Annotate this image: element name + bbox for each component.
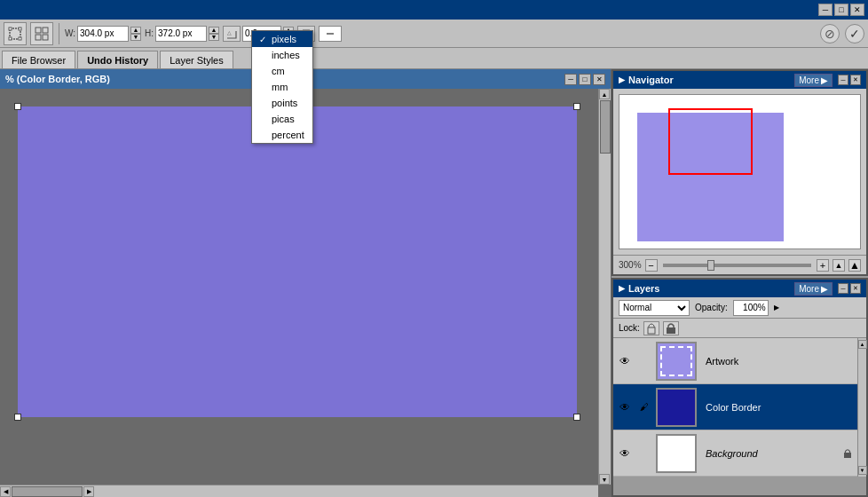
unit-option-inches[interactable]: inches [252, 47, 312, 63]
canvas-image [18, 106, 577, 417]
layers-scroll-up[interactable]: ▲ [858, 340, 867, 349]
cancel-button[interactable]: ⊘ [820, 24, 840, 43]
canvas-maximize-button[interactable]: □ [579, 74, 591, 85]
lock-all-button[interactable] [663, 321, 679, 335]
zoom-out-button[interactable]: − [645, 259, 658, 272]
canvas-minimize-button[interactable]: ─ [564, 74, 577, 85]
navigator-panel: ▶ Navigator More ▶ ─ ✕ [612, 69, 868, 276]
layers-more-button[interactable]: More ▶ [794, 282, 832, 296]
lock-pixels-button[interactable] [643, 321, 659, 335]
unit-option-points[interactable]: points [252, 95, 312, 111]
tab-undo-history[interactable]: Undo History [77, 51, 158, 68]
layer-lock-background [841, 447, 854, 460]
zoom-in-button[interactable]: + [817, 259, 829, 272]
close-button[interactable]: ✕ [850, 4, 864, 16]
handle-bottom-left[interactable] [14, 414, 21, 421]
layers-minimize-button[interactable]: ─ [838, 283, 848, 294]
scroll-thumb-horizontal[interactable] [12, 486, 83, 497]
layers-lock-row: Lock: [613, 319, 866, 338]
unit-option-percent[interactable]: percent [252, 127, 312, 143]
layer-name-artwork: Artwork [700, 356, 854, 367]
navigator-title-label: Navigator [628, 75, 674, 85]
title-bar-right: ─ □ ✕ [818, 4, 868, 16]
tab-bar: File Browser Undo History Layer Styles [0, 48, 868, 69]
layers-content: Normal Opacity: ▶ Lock: [613, 297, 866, 477]
width-input[interactable] [77, 26, 129, 42]
layer-row-background[interactable]: 👁 Background [613, 430, 857, 477]
aspect-checkbox[interactable] [319, 26, 342, 42]
unit-option-picas[interactable]: picas [252, 111, 312, 127]
zoom-slider[interactable] [663, 264, 811, 267]
layer-brush-color-border[interactable]: 🖌 [636, 399, 652, 415]
tab-layer-styles[interactable]: Layer Styles [160, 51, 233, 68]
canvas-content: ▲ ▼ ◀ ▶ [0, 89, 611, 497]
svg-rect-2 [19, 28, 21, 30]
scroll-up-arrow[interactable]: ▲ [599, 89, 610, 99]
grid-tool-icon[interactable] [30, 22, 53, 45]
unit-option-mm[interactable]: mm [252, 79, 312, 95]
layers-panel: ▶ Layers More ▶ ─ ✕ [612, 278, 868, 497]
layer-eye-color-border[interactable]: 👁 [617, 399, 633, 415]
navigator-more-button[interactable]: More ▶ [794, 74, 832, 87]
unit-option-cm[interactable]: cm [252, 63, 312, 79]
toolbar: W: ▲ ▼ H: ▲ ▼ △ ▲ ▼ [0, 20, 868, 48]
toolbar-divider-1 [59, 23, 59, 44]
width-spinner[interactable]: ▲ ▼ [130, 27, 141, 41]
navigator-panel-title: ▶ Navigator [619, 75, 674, 85]
height-spinner[interactable]: ▲ ▼ [209, 27, 219, 41]
height-down-arrow[interactable]: ▼ [209, 34, 219, 41]
layers-close-button[interactable]: ✕ [850, 283, 861, 294]
confirm-button[interactable]: ✓ [845, 24, 864, 43]
canvas-scrollbar-horizontal[interactable]: ◀ ▶ [0, 485, 598, 497]
zoom-slider-thumb[interactable] [707, 260, 714, 271]
zoom-mountain-small[interactable]: ▲ [832, 259, 845, 272]
width-down-arrow[interactable]: ▼ [130, 34, 141, 41]
navigator-close-button[interactable]: ✕ [850, 75, 861, 85]
svg-rect-14 [844, 453, 851, 458]
opacity-input[interactable] [733, 300, 769, 316]
zoom-mountain-large[interactable]: ▲ [848, 259, 861, 272]
layer-link-artwork [636, 353, 652, 369]
height-field: H: ▲ ▼ [145, 26, 219, 42]
width-up-arrow[interactable]: ▲ [130, 27, 141, 34]
scroll-left-arrow[interactable]: ◀ [0, 486, 11, 497]
tab-file-browser[interactable]: File Browser [2, 51, 75, 68]
minimize-button[interactable]: ─ [818, 4, 832, 16]
handle-top-right[interactable] [573, 103, 580, 110]
canvas-close-button[interactable]: ✕ [593, 74, 605, 85]
canvas-scrollbar-vertical[interactable]: ▲ ▼ [598, 89, 611, 485]
unit-option-pixels[interactable]: ✓ pixels [252, 31, 312, 47]
handle-top-left[interactable] [14, 103, 21, 110]
opacity-arrow[interactable]: ▶ [774, 304, 779, 312]
nav-viewport-rect[interactable] [668, 108, 753, 175]
transform-tool-icon[interactable] [4, 22, 27, 45]
scroll-right-arrow[interactable]: ▶ [83, 486, 94, 497]
height-input[interactable] [155, 26, 207, 42]
layer-eye-artwork[interactable]: 👁 [617, 353, 633, 369]
layer-row-color-border[interactable]: 👁 🖌 Color Border [613, 384, 857, 430]
blend-mode-select[interactable]: Normal [619, 300, 690, 316]
svg-rect-8 [43, 35, 48, 40]
zoom-value-label: 300% [619, 260, 642, 270]
layer-row-artwork[interactable]: 👁 Artwork [613, 338, 857, 384]
angle-icon: △ [223, 26, 241, 42]
layer-thumb-background [656, 434, 697, 473]
navigator-footer: 300% − + ▲ ▲ [613, 255, 866, 274]
layers-scroll-down[interactable]: ▼ [858, 466, 867, 475]
scroll-down-arrow[interactable]: ▼ [599, 474, 610, 485]
svg-rect-3 [9, 37, 12, 40]
navigator-preview [619, 94, 861, 249]
svg-text:△: △ [227, 30, 232, 36]
layer-name-background: Background [700, 448, 838, 459]
layers-scrollbar[interactable]: ▲ ▼ [857, 338, 866, 477]
scroll-thumb-vertical[interactable] [600, 100, 611, 154]
navigator-content [613, 89, 866, 255]
navigator-panel-header: ▶ Navigator More ▶ ─ ✕ [613, 71, 866, 89]
handle-bottom-right[interactable] [573, 414, 580, 421]
svg-rect-5 [36, 28, 41, 33]
navigator-minimize-button[interactable]: ─ [838, 75, 848, 85]
layer-eye-background[interactable]: 👁 [617, 446, 633, 462]
maximize-button[interactable]: □ [834, 4, 848, 16]
height-up-arrow[interactable]: ▲ [209, 27, 219, 34]
right-panel: ▶ Navigator More ▶ ─ ✕ [611, 69, 868, 497]
